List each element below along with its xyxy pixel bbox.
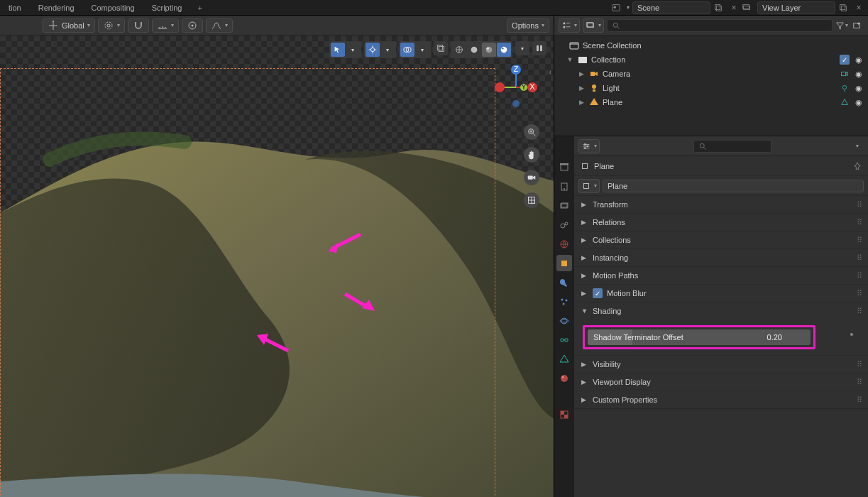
motion-blur-checkbox[interactable]: ✓: [593, 288, 603, 298]
panel-grip-icon[interactable]: ⠿: [857, 378, 861, 387]
panel-grip-icon[interactable]: ⠿: [857, 200, 861, 209]
shading-rendered[interactable]: [497, 43, 511, 57]
xray-toggle[interactable]: [434, 41, 448, 55]
world-properties-tab[interactable]: [556, 236, 572, 252]
panel-header[interactable]: ▶Transform⠿: [574, 196, 868, 213]
tree-row-light[interactable]: ▶ Light ◉: [554, 81, 868, 95]
mesh-data-icon[interactable]: [840, 97, 850, 107]
outliner-display-mode[interactable]: ▾: [559, 18, 580, 33]
workspace-tab[interactable]: Compositing: [83, 1, 143, 14]
pause-render-button[interactable]: [532, 41, 546, 55]
tree-row-scene-collection[interactable]: Scene Collection: [554, 38, 868, 53]
panel-header[interactable]: ▶Viewport Display⠿: [574, 373, 868, 390]
panel-grip-icon[interactable]: ⠿: [857, 236, 861, 245]
add-workspace-button[interactable]: +: [190, 1, 209, 14]
panel-header[interactable]: ▶ ✓ Motion Blur ⠿: [574, 285, 868, 302]
modifier-properties-tab[interactable]: [556, 274, 572, 290]
collapse-sidebar-icon[interactable]: ‹: [549, 68, 551, 76]
shading-wireframe[interactable]: [452, 43, 466, 57]
shading-solid[interactable]: [467, 43, 481, 57]
panel-header[interactable]: ▶Instancing⠿: [574, 249, 868, 266]
workspace-tab[interactable]: Rendering: [30, 1, 83, 14]
shading-material[interactable]: [482, 43, 496, 57]
tree-row-collection[interactable]: ▼ Collection ✓ ◉: [554, 53, 868, 67]
light-data-icon[interactable]: [840, 83, 850, 93]
panel-grip-icon[interactable]: ⠿: [857, 253, 861, 263]
render-properties-tab[interactable]: [556, 159, 572, 175]
zoom-icon[interactable]: [524, 124, 539, 140]
disclosure-triangle-icon[interactable]: ▶: [577, 99, 586, 106]
gizmo-toggle[interactable]: [366, 43, 380, 57]
panel-grip-icon[interactable]: ⠿: [857, 271, 861, 280]
output-properties-tab[interactable]: [556, 178, 572, 195]
panel-grip-icon[interactable]: ⠿: [857, 218, 861, 227]
outliner-search-input[interactable]: [607, 19, 833, 32]
particle-properties-tab[interactable]: [556, 293, 572, 310]
panel-header[interactable]: ▶Collections⠿: [574, 231, 868, 248]
chevron-down-icon[interactable]: ▾: [627, 4, 630, 11]
selectability-dropdown[interactable]: ▾: [346, 43, 360, 57]
overlays-toggle[interactable]: [400, 43, 414, 57]
new-viewlayer-icon[interactable]: [838, 3, 848, 13]
material-properties-tab[interactable]: [556, 370, 572, 386]
animation-decorator-icon[interactable]: [850, 333, 853, 336]
delete-viewlayer-button[interactable]: ×: [854, 3, 864, 13]
properties-options-dropdown[interactable]: ▾: [851, 140, 864, 153]
new-collection-button[interactable]: [851, 19, 864, 32]
properties-mode-dropdown[interactable]: ▾: [578, 139, 600, 153]
constraint-properties-tab[interactable]: [556, 332, 572, 348]
scene-name-field[interactable]: Scene: [632, 1, 710, 14]
shading-dropdown[interactable]: ▾: [515, 41, 529, 55]
scene-properties-tab[interactable]: [556, 217, 572, 233]
navigation-gizmo[interactable]: Z X Y: [491, 62, 541, 112]
object-name-input[interactable]: Plane: [603, 180, 864, 192]
workspace-tab[interactable]: tion: [0, 1, 30, 14]
object-properties-tab[interactable]: [556, 255, 572, 271]
panel-grip-icon[interactable]: ⠿: [857, 395, 861, 405]
pan-icon[interactable]: [524, 147, 539, 163]
texture-properties-tab[interactable]: [556, 406, 572, 422]
tree-row-plane[interactable]: ▶ Plane ◉: [554, 95, 868, 109]
object-name-prefix[interactable]: ▾: [578, 179, 600, 193]
panel-grip-icon[interactable]: ⠿: [857, 307, 861, 316]
camera-view-icon[interactable]: [524, 170, 539, 185]
workspace-tab[interactable]: Scripting: [143, 1, 191, 14]
panel-header[interactable]: ▶Relations⠿: [574, 214, 868, 231]
panel-header[interactable]: ▼ Shading ⠿: [574, 302, 868, 320]
gizmo-dropdown[interactable]: ▾: [380, 43, 395, 57]
visibility-toggle-icon[interactable]: ◉: [854, 84, 864, 93]
options-dropdown[interactable]: Options ▾: [507, 18, 549, 33]
disclosure-triangle-icon[interactable]: ▶: [577, 70, 586, 77]
viewport-3d[interactable]: ▾ ▾ ▾ ▾ ‹: [0, 36, 554, 497]
camera-data-icon[interactable]: [840, 69, 850, 79]
falloff-dropdown[interactable]: ▾: [206, 18, 233, 33]
visibility-toggle-icon[interactable]: ◉: [854, 70, 864, 79]
snap-toggle[interactable]: [128, 18, 149, 33]
snap-dropdown[interactable]: ▾: [152, 18, 179, 33]
properties-search-input[interactable]: [693, 140, 771, 153]
pin-icon[interactable]: [852, 161, 862, 171]
disclosure-triangle-icon[interactable]: ▶: [577, 84, 586, 92]
physics-properties-tab[interactable]: [556, 312, 572, 329]
overlays-dropdown[interactable]: ▾: [415, 43, 429, 57]
visibility-toggle-icon[interactable]: ◉: [854, 55, 864, 65]
viewlayer-name-field[interactable]: View Layer: [757, 1, 835, 14]
mesh-properties-tab[interactable]: [556, 351, 572, 367]
perspective-toggle-icon[interactable]: [524, 192, 539, 208]
pivot-dropdown[interactable]: ▾: [98, 18, 125, 33]
delete-scene-button[interactable]: ×: [729, 3, 739, 13]
selectability-toggle[interactable]: [331, 43, 345, 57]
shadow-terminator-offset-slider[interactable]: Shadow Terminator Offset 0.20: [588, 329, 811, 345]
panel-grip-icon[interactable]: ⠿: [857, 360, 861, 369]
filter-button[interactable]: ▾: [835, 19, 848, 32]
transform-orientation-dropdown[interactable]: Global ▾: [43, 18, 95, 33]
collection-exclude-checkbox[interactable]: ✓: [840, 55, 850, 65]
panel-grip-icon[interactable]: ⠿: [857, 289, 861, 298]
panel-header[interactable]: ▶Visibility⠿: [574, 356, 868, 373]
tree-row-camera[interactable]: ▶ Camera ◉: [554, 67, 868, 81]
visibility-toggle-icon[interactable]: ◉: [854, 98, 864, 107]
disclosure-triangle-icon[interactable]: ▼: [566, 56, 574, 63]
viewlayer-properties-tab[interactable]: [556, 197, 572, 214]
proportional-edit-toggle[interactable]: [182, 18, 203, 33]
outliner-view-mode[interactable]: ▾: [583, 18, 604, 33]
